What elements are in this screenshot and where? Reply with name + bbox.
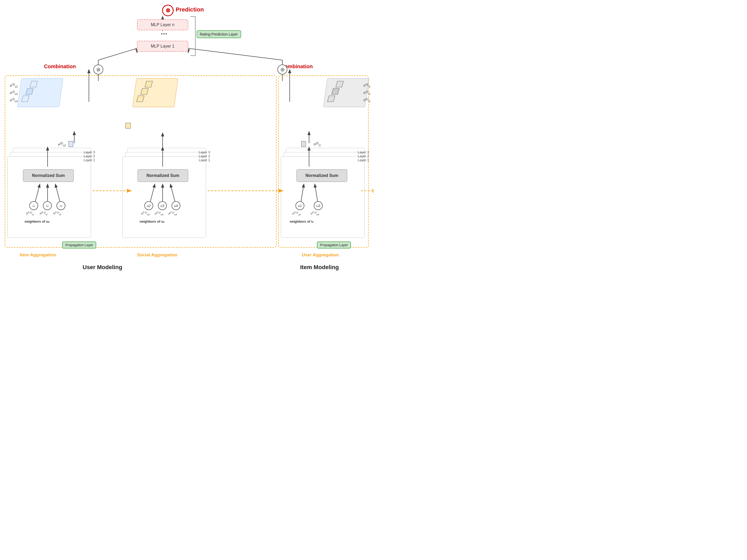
hi1-2-label: h(2)i1 [363, 90, 370, 96]
node-u2: u2 [144, 201, 153, 210]
mlp-layer-1: MLP Layer 1 [137, 41, 188, 52]
rating-bracket [190, 16, 196, 56]
user-aggregation-label: User Aggregation [302, 252, 339, 258]
node-u3b: u3 [314, 201, 323, 210]
sa-layer3-label: Layer 3 [199, 150, 210, 154]
ua-neighbors-label: neighbors of i₁ [290, 219, 313, 223]
combination-right-symbol: ⊗ [277, 64, 287, 75]
mlp-layer-n: MLP Layer n [137, 19, 188, 30]
hi1-1-label: h(1)i1 [363, 98, 370, 103]
combination-left-symbol: ⊗ [93, 64, 103, 75]
ua-eu3-label: e(l-1)u3 [311, 211, 319, 216]
prop-label-right: Propagation Layer [317, 241, 351, 248]
sa-layer3-box [128, 148, 206, 152]
eu1-3-label: e(3)u1 [10, 83, 18, 88]
ia-layer3-box [12, 148, 91, 152]
node-i2-label: i₂ [46, 204, 48, 208]
mlp-n-label: MLP Layer n [151, 23, 174, 27]
sa-eu3-label: e(l-1)u3 [155, 211, 163, 216]
ua-normalized-sum: Normalized Sum [297, 169, 347, 182]
node-i2: i₂ [43, 201, 52, 210]
ia-layer1-label: Layer 1 [84, 158, 95, 162]
ia-layer3-label: Layer 3 [84, 150, 95, 154]
rating-prediction-label: Rating Prediction Layer [197, 30, 241, 38]
ia-hi2-label: h(l-1)i2 [40, 211, 48, 216]
ua-layer1-label: Layer 1 [358, 158, 369, 162]
mlp-1-label: MLP Layer 1 [151, 44, 174, 49]
sa-neighbors-label: neighbors of u₁ [139, 219, 164, 223]
eu1-2-label: e(2)u1 [10, 90, 18, 96]
prediction-symbol: ⊗ [162, 5, 174, 16]
node-u4: u4 [172, 201, 180, 210]
hi1-3-label: h(3)i1 [363, 83, 370, 88]
diagram: ⊗ Prediction MLP Layer n ••• MLP Layer 1… [0, 0, 374, 280]
svg-line-4 [98, 48, 137, 60]
prediction-label: Prediction [176, 6, 204, 13]
sa-norm-sum-label: Normalized Sum [147, 173, 179, 178]
item-aggregation-label: Item Aggregation [20, 252, 56, 258]
ua-eu1-label: e(l-1)u1 [292, 211, 301, 216]
mlp-dots: ••• [161, 31, 168, 37]
sa-eu4-label: e(l-1)u4 [169, 211, 177, 216]
ua-layer1-box [281, 156, 364, 238]
ia-layer2-box [10, 152, 91, 156]
prop-label-left: Propagation Layer [62, 241, 96, 248]
svg-line-7 [188, 48, 282, 60]
eu1-0-block3 [69, 141, 73, 147]
sa-layer1-box [122, 156, 206, 238]
eu1-1-label: e(1)u1 [10, 98, 18, 103]
ua-layer2-label: Layer 2 [358, 154, 369, 158]
node-i1: i₁ [29, 201, 38, 210]
node-i3-label: i₃ [60, 204, 62, 208]
social-aggregation-label: Social Aggregation [137, 252, 177, 258]
item-modeling-label: Item Modeling [300, 264, 339, 271]
sa-eu2-label: e(l-1)u2 [141, 211, 150, 216]
sa-layer1-label: Layer 1 [199, 158, 210, 162]
sa-normalized-sum: Normalized Sum [137, 169, 188, 182]
ua-layer3-box [286, 148, 364, 152]
user-modeling-label: User Modeling [83, 264, 122, 271]
node-i3: i₃ [56, 201, 66, 210]
node-i1-label: i₁ [33, 204, 35, 208]
ia-hi3-label: h(l-1)i3 [53, 211, 61, 216]
ia-hi1-label: h(l-1)i1 [26, 211, 34, 216]
combination-left-label: Combination [44, 63, 76, 70]
ia-layer2-label: Layer 2 [84, 154, 95, 158]
ia-layer1-box [7, 156, 91, 238]
ia-normalized-sum: Normalized Sum [23, 169, 74, 182]
node-u1: u1 [295, 201, 304, 210]
ia-neighbors-label: neighbors of u₁ [25, 219, 49, 223]
node-u3: u3 [158, 201, 167, 210]
sa-layer2-box [125, 152, 206, 156]
sa-stack-bg [132, 78, 178, 107]
eu1-0-label: e(0)u1 [58, 142, 66, 147]
ua-layer2-box [283, 152, 364, 156]
sa-layer2-label: Layer 2 [199, 154, 210, 158]
hi1-stack-bg [323, 78, 369, 107]
ia-norm-sum-label: Normalized Sum [32, 173, 65, 178]
ua-norm-sum-label: Normalized Sum [305, 173, 338, 178]
hi1-0-label: h(0)i1 [314, 142, 321, 147]
eu1-stack-bg [17, 78, 63, 107]
ua-layer3-label: Layer 3 [358, 150, 369, 154]
